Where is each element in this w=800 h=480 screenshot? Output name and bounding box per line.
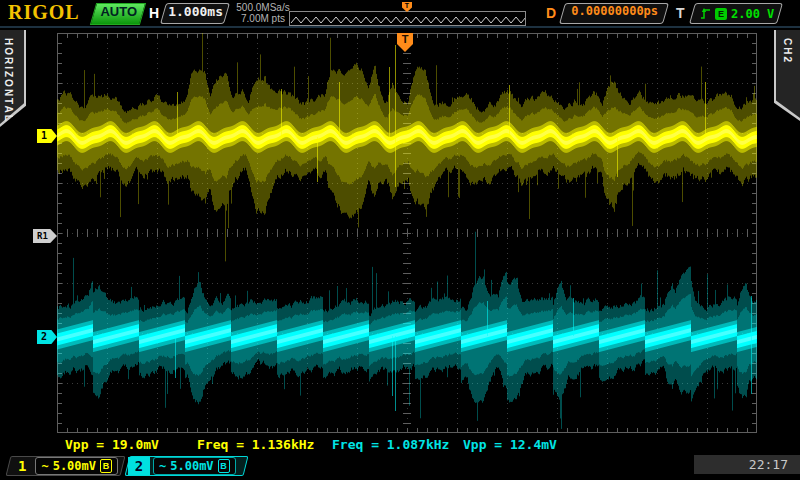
ref1-marker-label: R1 xyxy=(33,229,57,243)
sidebar-tab-ch2-label: CH2 xyxy=(782,38,793,64)
channel2-scale-box: ~ 5.00mV B xyxy=(153,457,236,475)
channel2-scale-value: 5.00mV xyxy=(170,459,213,473)
sidebar-tab-ch2[interactable]: CH2 xyxy=(774,30,800,121)
acquisition-info: 500.0MSa/s 7.00M pts xyxy=(231,2,295,24)
clock: 22:17 xyxy=(694,455,800,474)
channel1-bw-limit-icon: B xyxy=(100,459,112,473)
horizontal-label: H xyxy=(149,5,159,21)
waveform-display xyxy=(57,33,757,433)
channel1-number: 1 xyxy=(9,458,32,474)
channel1-coupling-icon: ~ xyxy=(41,459,48,473)
delay-value: 0.00000000ps xyxy=(564,4,666,18)
timebase-box[interactable]: 1.000ms xyxy=(160,3,230,24)
channel1-scale-value: 5.00mV xyxy=(53,459,96,473)
sidebar-tab-horizontal[interactable]: HORIZONTAL xyxy=(0,30,26,127)
oscilloscope-screen: RIGOL AUTO H 1.000ms 500.0MSa/s 7.00M pt… xyxy=(0,0,800,480)
memory-waveform-icon xyxy=(290,13,525,26)
channel1-marker-label: 1 xyxy=(37,129,57,143)
channel1-scale-box: ~ 5.00mV B xyxy=(35,457,118,475)
run-status-badge[interactable]: AUTO xyxy=(90,3,146,25)
measurement-freq-ch1: Freq = 1.136kHz xyxy=(197,437,314,452)
memory-position-bar[interactable] xyxy=(289,11,526,26)
measurement-vpp-ch1: Vpp = 19.0mV xyxy=(65,437,159,452)
channel2-number: 2 xyxy=(128,457,150,475)
rising-edge-icon xyxy=(700,7,711,21)
top-status-bar: RIGOL AUTO H 1.000ms 500.0MSa/s 7.00M pt… xyxy=(0,0,800,26)
ref1-position-marker[interactable]: R1 xyxy=(33,229,57,243)
measurement-freq-ch2: Freq = 1.087kHz xyxy=(332,437,449,452)
trigger-label: T xyxy=(676,5,685,21)
sample-rate: 500.0MSa/s xyxy=(231,2,295,13)
channel2-marker-label: 2 xyxy=(37,330,57,344)
brand-logo: RIGOL xyxy=(8,1,80,24)
delay-value-box[interactable]: 0.00000000ps xyxy=(559,3,669,24)
trigger-source-badge: E xyxy=(715,8,727,20)
delay-label: D xyxy=(546,5,556,21)
graticule-area xyxy=(57,33,757,433)
bottom-channel-bar: 1 ~ 5.00mV B 2 ~ 5.00mV B 22:17 xyxy=(0,454,800,480)
channel2-position-marker[interactable]: 2 xyxy=(37,330,57,344)
sidebar-tab-horizontal-label: HORIZONTAL xyxy=(3,38,14,123)
memory-depth: 7.00M pts xyxy=(231,13,295,24)
channel2-coupling-icon: ~ xyxy=(159,459,166,473)
trigger-level-value: 2.00 V xyxy=(731,7,774,21)
measurement-vpp-ch2: Vpp = 12.4mV xyxy=(463,437,557,452)
channel1-position-marker[interactable]: 1 xyxy=(37,129,57,143)
run-status-label: AUTO xyxy=(95,4,143,19)
channel2-bw-limit-icon: B xyxy=(218,459,230,473)
topbar-separator xyxy=(0,26,800,28)
channel2-status-box[interactable]: 2 ~ 5.00mV B xyxy=(125,456,249,476)
trigger-status-box[interactable]: E 2.00 V xyxy=(689,3,783,24)
timebase-value: 1.000ms xyxy=(165,4,227,19)
channel1-status-box[interactable]: 1 ~ 5.00mV B xyxy=(6,456,126,476)
